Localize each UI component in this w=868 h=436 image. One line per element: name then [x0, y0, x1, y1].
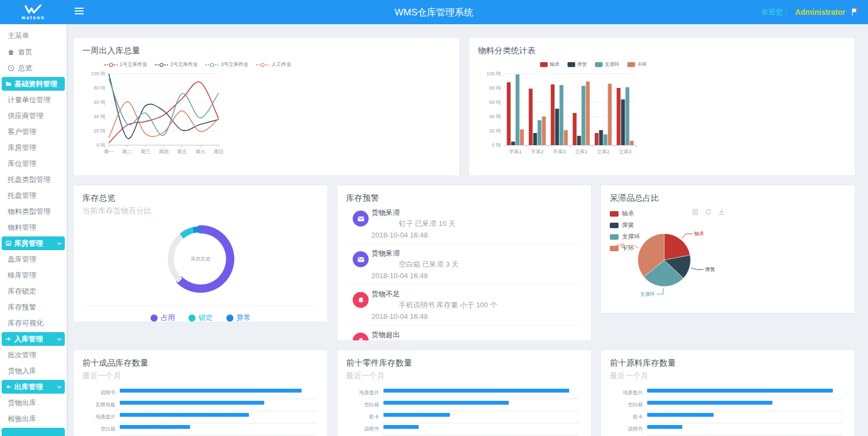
- sidebar-item-15[interactable]: 库存锁定: [0, 283, 66, 299]
- sidebar-item-9[interactable]: 托盘管理: [0, 187, 66, 203]
- legend-item[interactable]: 轴承: [610, 209, 640, 218]
- hbar-track: [647, 399, 843, 411]
- sidebar-section-label: 主菜单: [0, 24, 66, 44]
- sidebar-item-4[interactable]: 供应商管理: [0, 108, 66, 124]
- donut-slice-异常: [193, 229, 201, 230]
- card-subtitle: 最近一个月: [346, 371, 582, 381]
- legend-item[interactable]: 1号立库作业: [104, 61, 147, 68]
- dashboard-row-3: 前十成品库存数量 最近一个月 说明书瓦楞纸板纸质垫片空白箱 前十零件库存数量 最…: [73, 350, 855, 436]
- sidebar-item-16[interactable]: 库存预警: [0, 299, 66, 315]
- username[interactable]: Administrator: [795, 8, 845, 16]
- sidebar-item-label: 货物入库: [8, 367, 36, 375]
- sidebar-item-23[interactable]: 检验出库: [0, 411, 66, 427]
- x-tick-label: 平库2: [531, 149, 543, 154]
- alert-time: 2018-10-04 16:48: [371, 312, 582, 321]
- hbar-label: 说明书: [82, 389, 120, 396]
- bar-平库1-2: [516, 74, 520, 145]
- sidebar-item-19[interactable]: 批次管理: [0, 347, 66, 363]
- sidebar-item-10[interactable]: 物料类型管理: [0, 203, 66, 219]
- legend-item[interactable]: 弹簧: [567, 61, 587, 68]
- legend-item[interactable]: 支撑环: [595, 61, 620, 68]
- sidebar-item-0[interactable]: 首页: [0, 44, 66, 60]
- legend-label: 弹簧: [577, 61, 587, 68]
- x-tick-label: 周六: [196, 149, 205, 154]
- weekly-line-chart: 0 吨20 吨40 吨60 吨80 吨100 吨周一周二周三周四周五周六周日: [82, 68, 450, 165]
- hbar-bar: [120, 389, 302, 393]
- hbar-bar: [647, 425, 682, 429]
- card-top-finished: 前十成品库存数量 最近一个月 说明书瓦楞纸板纸质垫片空白箱: [73, 350, 328, 436]
- legend-item[interactable]: 卡环: [627, 61, 647, 68]
- sidebar-item-label: 移库管理: [8, 271, 36, 279]
- hbar-label: 空白箱: [610, 401, 647, 409]
- sidebar-item-label: 物料类型管理: [8, 207, 51, 216]
- legend-label: 支撑环: [605, 61, 620, 68]
- hbar-bar: [383, 389, 569, 393]
- hbar-track: [120, 423, 315, 435]
- legend-item[interactable]: 异常: [226, 313, 251, 322]
- download-icon[interactable]: [718, 208, 725, 216]
- x-tick-label: 周四: [159, 149, 169, 154]
- sidebar-item-11[interactable]: 物料管理: [0, 219, 66, 235]
- menu-toggle-button[interactable]: [74, 7, 84, 17]
- hbar-row-3: 空白箱: [82, 423, 319, 435]
- sidebar-group-18[interactable]: 入库管理: [2, 332, 65, 346]
- hbar-row-0: 说明书: [82, 387, 319, 399]
- chevron-down-icon: [57, 384, 62, 390]
- sidebar-item-5[interactable]: 客户管理: [0, 124, 66, 140]
- notification-flag-icon[interactable]: [850, 8, 859, 16]
- top-raw-hbar-chart: 纸质垫片空白箱彩卡说明书: [610, 387, 846, 435]
- sidebar-group-24[interactable]: [2, 428, 65, 436]
- y-tick-label: 20 吨: [489, 128, 501, 134]
- hbar-label: 瓦楞纸板: [82, 401, 120, 409]
- sidebar-item-13[interactable]: 盘库管理: [0, 251, 66, 267]
- series-line-0: [109, 82, 219, 143]
- bar-立库1-3: [586, 81, 590, 145]
- bar-平库2-2: [538, 120, 542, 146]
- sidebar-item-14[interactable]: 移库管理: [0, 267, 66, 283]
- sidebar-item-7[interactable]: 库位管理: [0, 156, 66, 172]
- card-title: 库存总览: [82, 193, 319, 203]
- card-material-stats: 物料分类统计表 轴承弹簧支撑环卡环 0 吨20 吨40 吨60 吨80 吨100…: [469, 37, 855, 176]
- legend-item[interactable]: 3号立库作业: [205, 61, 248, 68]
- sidebar-group-21[interactable]: 出库管理: [2, 380, 65, 394]
- hbar-track: [647, 423, 843, 435]
- sidebar-item-label: 供应商管理: [8, 112, 43, 120]
- legend-item[interactable]: 轴承: [540, 61, 560, 68]
- sidebar-group-12[interactable]: 库房管理: [2, 236, 65, 250]
- alert-list: 货物呆滞钉子 已呆滞 10 天2018-10-04 16:48货物呆滞空白箱 已…: [346, 203, 582, 341]
- sidebar-item-label: 出库管理: [14, 383, 43, 391]
- pie-callout: [691, 268, 704, 269]
- hbar-label: 空白箱: [82, 426, 120, 433]
- sidebar-item-1[interactable]: 总览: [0, 60, 66, 76]
- sidebar-item-20[interactable]: 货物入库: [0, 363, 66, 379]
- legend-label: 2号立库作业: [170, 61, 198, 68]
- weekly-line-legend: 1号立库作业2号立库作业3号立库作业人工作业: [82, 61, 313, 68]
- refresh-icon[interactable]: [705, 208, 712, 216]
- bar-立库3-3: [630, 141, 634, 145]
- legend-item[interactable]: 2号立库作业: [155, 61, 198, 68]
- hbar-track: [383, 399, 579, 411]
- sidebar-group-2[interactable]: 基础资料管理: [2, 77, 65, 91]
- card-title: 前十成品库存数量: [82, 358, 319, 368]
- alert-desc: 空白箱 已呆滞 3 天: [371, 260, 582, 269]
- sidebar-item-17[interactable]: 库存可视化: [0, 315, 66, 331]
- bar-平库3-0: [551, 85, 555, 146]
- hbar-row-0: 纸质垫片: [346, 387, 582, 399]
- legend-item[interactable]: 占用: [151, 313, 175, 322]
- sidebar-item-3[interactable]: 计量单位管理: [0, 92, 66, 108]
- card-subtitle: 最近一个月: [82, 371, 319, 381]
- y-tick-label: 40 吨: [93, 114, 105, 119]
- x-tick-label: 周一: [104, 149, 114, 154]
- sidebar-item-label: 物料管理: [8, 223, 36, 231]
- data-view-icon[interactable]: [692, 208, 699, 216]
- sidebar-item-22[interactable]: 货物出库: [0, 395, 66, 411]
- x-tick-label: 立库1: [575, 149, 587, 154]
- overview-icon: [8, 65, 14, 71]
- chart-toolbox: [692, 208, 725, 216]
- sidebar-item-8[interactable]: 托盘类型管理: [0, 172, 66, 187]
- sidebar-item-6[interactable]: 库房管理: [0, 140, 66, 156]
- inventory-donut-svg: 库存总览: [159, 218, 242, 302]
- hbar-label: 彩卡: [610, 413, 647, 421]
- legend-item[interactable]: 锁定: [188, 313, 213, 322]
- legend-item[interactable]: 人工作业: [256, 61, 291, 68]
